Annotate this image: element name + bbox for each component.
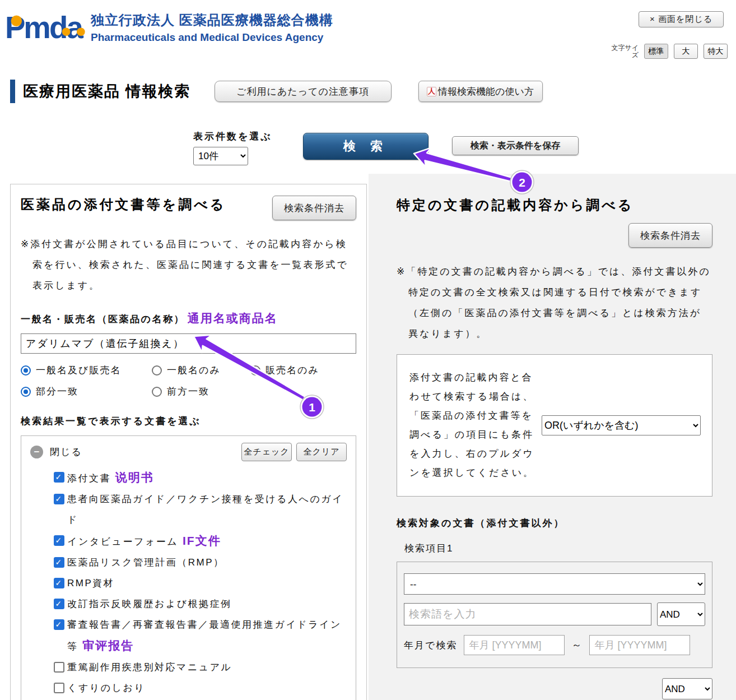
chinese-annotation-generic-name: 通用名或商品名 [188, 312, 278, 324]
left-panel-title: 医薬品の添付文書等を調べる [21, 196, 226, 214]
check-all-button[interactable]: 全チェック [241, 443, 292, 461]
font-size-standard-button[interactable]: 標準 [644, 44, 668, 59]
chinese-annotation: IF文件 [178, 534, 221, 547]
search-item-label: 検索項目1 [404, 542, 712, 555]
document-type-select[interactable]: -- [404, 573, 705, 595]
left-panel-note: ※添付文書が公開されている品目について、その記載内容から検索を行い、検索された、… [21, 234, 356, 296]
document-checkbox-box: − 閉じる 全チェック 全クリア ✓添付文書 说明书✓患者向医薬品ガイド／ワクチ… [21, 435, 356, 700]
date-search-label: 年月で検索 [404, 639, 457, 652]
right-clear-conditions-button[interactable]: 検索条件消去 [628, 223, 712, 248]
pdf-icon: 人 [427, 87, 436, 96]
search-term-input[interactable] [404, 603, 651, 625]
title-accent-bar [10, 80, 15, 103]
document-label: 改訂指示反映履歴および根拠症例 [67, 599, 232, 609]
radio-icon[interactable] [152, 387, 162, 397]
usage-notice-button[interactable]: ご利用にあたっての注意事項 [215, 81, 392, 102]
document-checkbox-list: ✓添付文書 说明书✓患者向医薬品ガイド／ワクチン接種を受ける人へのガイド✓インタ… [30, 467, 347, 700]
radio-option[interactable]: 前方一致 [152, 385, 250, 398]
chinese-annotation: 说明书 [111, 471, 154, 484]
search-button[interactable]: 検 索 [303, 133, 428, 160]
agency-name-jp: 独立行政法人 医薬品医療機器総合機構 [91, 11, 333, 29]
combine-search-box: 添付文書の記載内容と合わせて検索する場合は、「医薬品の添付文書等を調べる」の項目… [397, 354, 712, 497]
attachment-search-panel: 医薬品の添付文書等を調べる 検索条件消去 ※添付文書が公開されている品目について… [10, 184, 367, 700]
checkbox-icon[interactable]: ✓ [54, 599, 64, 609]
page-title: 医療用医薬品 情報検索 [23, 81, 191, 101]
right-panel-note: ※「特定の文書の記載内容から調べる」では、添付文書以外の特定の文書の全文検索又は… [397, 261, 712, 344]
font-size-xlarge-button[interactable]: 特大 [704, 44, 728, 59]
agency-name-en: Pharmaceuticals and Medical Devices Agen… [91, 31, 333, 44]
radio-option[interactable]: 部分一致 [21, 385, 152, 398]
radio-label: 販売名のみ [265, 364, 319, 377]
document-checkbox-item[interactable]: ✓添付文書 说明书 [30, 467, 347, 489]
name-search-options: 一般名及び販売名一般名のみ販売名のみ 部分一致前方一致 [21, 364, 356, 398]
chinese-annotation: 审评报告 [78, 639, 134, 652]
document-label: くすりのしおり [67, 683, 145, 693]
document-checkbox-item[interactable]: ✓患者向医薬品ガイド／ワクチン接種を受ける人へのガイド [30, 489, 347, 530]
drug-name-input[interactable] [21, 333, 356, 354]
left-clear-conditions-button[interactable]: 検索条件消去 [272, 196, 356, 220]
radio-icon[interactable] [152, 365, 162, 376]
search-item-box: -- AND 年月で検索 ～ [397, 562, 712, 668]
radio-icon[interactable] [21, 365, 31, 376]
date-range-separator: ～ [571, 638, 583, 652]
close-screen-button[interactable]: × 画面を閉じる [639, 11, 724, 27]
radio-option[interactable]: 一般名のみ [152, 364, 250, 377]
target-documents-label: 検索対象の文書（添付文書以外） [397, 517, 712, 530]
document-label: 患者向医薬品ガイド／ワクチン接種を受ける人へのガイド [67, 494, 343, 525]
checkbox-icon[interactable] [54, 662, 64, 673]
radio-label: 前方一致 [167, 385, 209, 398]
document-label: RMP資材 [67, 578, 114, 588]
result-count-select[interactable]: 10件 [193, 147, 248, 165]
pmda-logo: Pmda 独立行政法人 医薬品医療機器総合機構 Pharmaceuticals … [4, 4, 333, 48]
checkbox-icon[interactable]: ✓ [54, 619, 64, 630]
document-select-label: 検索結果一覧で表示する文書を選ぶ [21, 415, 356, 428]
radio-option[interactable]: 一般名及び販売名 [21, 364, 152, 377]
document-checkbox-item[interactable]: 重篤副作用疾患別対応マニュアル [30, 657, 347, 678]
checkbox-icon[interactable]: ✓ [54, 557, 64, 568]
checkbox-icon[interactable]: ✓ [54, 494, 64, 504]
document-checkbox-item[interactable]: ✓改訂指示反映履歴および根拠症例 [30, 594, 347, 614]
search-howto-label: 情報検索機能の使い方 [438, 85, 534, 98]
document-checkbox-item[interactable]: ✓インタビューフォーム IF文件 [30, 530, 347, 552]
save-conditions-button[interactable]: 検索・表示条件を保存 [452, 136, 579, 155]
radio-option[interactable]: 販売名のみ [250, 364, 356, 377]
search-howto-button[interactable]: 人 情報検索機能の使い方 [418, 81, 543, 102]
radio-icon[interactable] [21, 387, 31, 397]
font-size-control: 文字サイズ 標準 大 特大 [609, 44, 728, 59]
collapse-label[interactable]: 閉じる [50, 446, 82, 458]
date-to-input[interactable] [589, 635, 690, 655]
pmda-logo-icon: Pmda [4, 4, 87, 48]
checkbox-icon[interactable]: ✓ [54, 535, 64, 546]
term-and-select[interactable]: AND [657, 602, 705, 626]
document-label: 添付文書 [67, 473, 111, 484]
document-checkbox-item[interactable]: ✓医薬品リスク管理計画（RMP） [30, 552, 347, 573]
checkbox-icon[interactable]: ✓ [54, 472, 64, 483]
radio-label: 一般名のみ [167, 364, 221, 377]
outer-and-select[interactable]: AND [662, 678, 712, 699]
font-size-large-button[interactable]: 大 [674, 44, 698, 59]
document-label: 医薬品リスク管理計画（RMP） [67, 557, 224, 568]
right-panel-title: 特定の文書の記載内容から調べる [397, 196, 712, 214]
document-checkbox-item[interactable]: くすりのしおり [30, 678, 347, 698]
checkbox-icon[interactable]: ✓ [54, 578, 64, 588]
or-condition-select[interactable]: OR(いずれかを含む) [542, 415, 701, 435]
radio-label: 一般名及び販売名 [36, 364, 121, 377]
drug-name-label: 一般名・販売名（医薬品の名称） [21, 314, 185, 324]
radio-label: 部分一致 [36, 385, 78, 398]
combine-search-text: 添付文書の記載内容と合わせて検索する場合は、「医薬品の添付文書等を調べる」の項目… [409, 368, 535, 483]
document-checkbox-item[interactable]: ✓審査報告書／再審査報告書／最適使用推進ガイドライン等 审评报告 [30, 614, 347, 657]
document-label: 重篤副作用疾患別対応マニュアル [67, 662, 232, 673]
specific-document-search-panel: 特定の文書の記載内容から調べる 検索条件消去 ※「特定の文書の記載内容から調べる… [369, 174, 736, 699]
document-label: インタビューフォーム [67, 536, 178, 547]
checkbox-icon[interactable] [54, 683, 64, 693]
date-from-input[interactable] [464, 635, 565, 655]
collapse-minus-icon[interactable]: − [30, 446, 43, 458]
document-checkbox-item[interactable]: ✓RMP資材 [30, 573, 347, 594]
font-size-label: 文字サイズ [609, 44, 639, 59]
radio-icon[interactable] [250, 365, 260, 376]
clear-all-button[interactable]: 全クリア [296, 443, 347, 461]
result-count-label: 表示件数を選ぶ [193, 130, 272, 143]
